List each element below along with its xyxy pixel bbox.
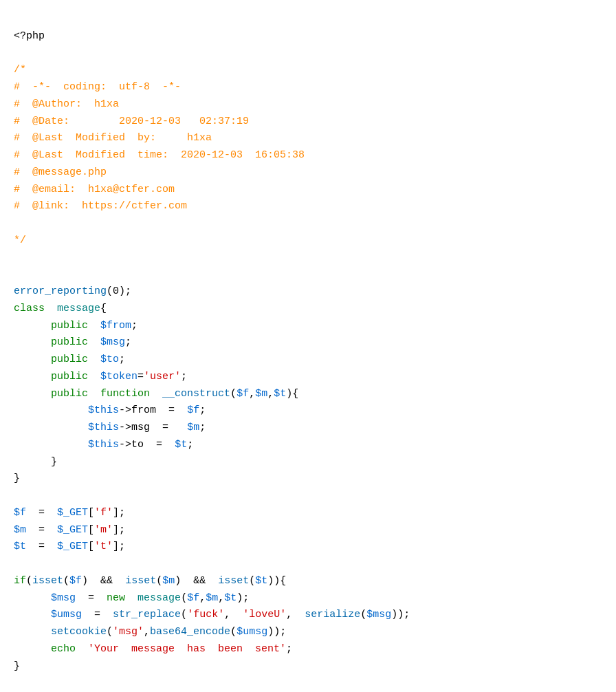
setcookie-call: setcookie <box>51 626 107 638</box>
msg-var: $msg <box>51 592 76 604</box>
get-superglobal-1: $_GET <box>57 507 88 519</box>
public-keyword-3: public <box>51 354 88 365</box>
get-superglobal-2: $_GET <box>57 524 88 536</box>
var-t-1: $t <box>175 439 187 451</box>
code-block: <?php /* # -*- coding: utf-8 -*- # @Auth… <box>14 11 602 692</box>
param-f: $f <box>236 388 249 400</box>
str-replace-call: str_replace <box>113 609 181 620</box>
this-to-assign: $this <box>88 439 119 451</box>
if-keyword: if <box>14 575 26 587</box>
public-keyword-5: public <box>51 388 88 400</box>
public-keyword-4: public <box>51 371 88 382</box>
cookie-name: 'msg' <box>113 626 144 638</box>
base64-encode-call: base64_encode <box>150 626 230 638</box>
error-reporting-call: error_reporting <box>14 285 107 297</box>
var-f-1: $f <box>187 404 199 416</box>
umsg-var: $umsg <box>51 609 82 620</box>
key-m: 'm' <box>94 524 113 536</box>
key-t: 't' <box>94 541 113 552</box>
comment-message-php: # @message.php <box>14 166 107 178</box>
serialize-call: serialize <box>305 609 360 620</box>
umsg-arg: $umsg <box>236 626 267 638</box>
echo-keyword: echo <box>51 643 76 655</box>
str-fuck: 'fuck' <box>187 609 224 620</box>
str-loveu: 'loveU' <box>243 609 286 620</box>
class-keyword: class <box>14 303 45 314</box>
msg-arg: $msg <box>366 609 391 620</box>
comment-author: # @Author: h1xa <box>14 98 119 110</box>
arg-m: $m <box>206 592 218 604</box>
param-m: $m <box>255 388 267 400</box>
public-keyword-1: public <box>51 320 88 332</box>
prop-from: $from <box>100 320 131 332</box>
comment-email: # @email: h1xa@ctfer.com <box>14 184 175 195</box>
echo-string: 'Your message has been sent' <box>88 643 286 655</box>
comment-date: # @Date: 2020-12-03 02:37:19 <box>14 116 249 127</box>
public-keyword-2: public <box>51 336 88 348</box>
message-class-inst: message <box>138 592 181 604</box>
comment-coding: # -*- coding: utf-8 -*- <box>14 81 181 93</box>
arg-f: $f <box>187 592 199 604</box>
comment-last-mod-by: # @Last Modified by: h1xa <box>14 132 212 144</box>
var-m-isset: $m <box>162 575 175 587</box>
construct-name: __construct <box>162 388 230 400</box>
var-t-get: $t <box>14 541 26 552</box>
comment-block-close: */ <box>14 235 26 246</box>
var-m-get: $m <box>14 524 26 536</box>
var-f-get: $f <box>14 507 26 519</box>
comment-link: # @link: https://ctfer.com <box>14 200 187 212</box>
comment-block-open: /* <box>14 64 26 76</box>
get-superglobal-3: $_GET <box>57 541 88 552</box>
var-f-isset: $f <box>69 575 82 587</box>
param-t: $t <box>274 388 286 400</box>
prop-msg: $msg <box>100 336 125 348</box>
isset-call-1: isset <box>32 575 63 587</box>
isset-call-3: isset <box>218 575 249 587</box>
prop-to: $to <box>100 354 119 365</box>
var-m-1: $m <box>187 422 199 433</box>
comment-last-mod-time: # @Last Modified time: 2020-12-03 16:05:… <box>14 149 305 161</box>
php-open-tag: <?php <box>14 30 45 42</box>
key-f: 'f' <box>94 507 113 519</box>
class-name: message <box>57 303 100 314</box>
arg-t: $t <box>224 592 236 604</box>
token-value: 'user' <box>144 371 181 382</box>
new-keyword: new <box>107 592 125 604</box>
this-from-assign: $this <box>88 404 119 416</box>
prop-token: $token <box>100 371 138 382</box>
var-t-isset: $t <box>255 575 267 587</box>
function-keyword: function <box>100 388 150 400</box>
this-msg-assign: $this <box>88 422 119 433</box>
isset-call-2: isset <box>125 575 156 587</box>
